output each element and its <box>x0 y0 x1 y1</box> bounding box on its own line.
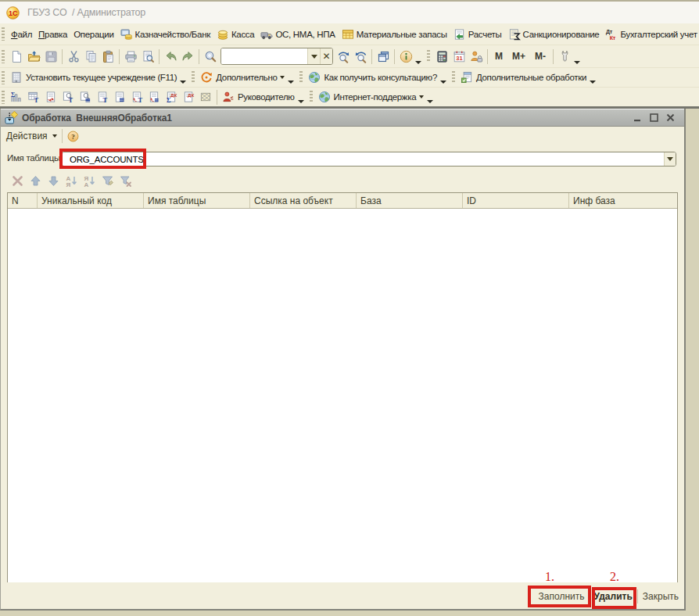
toolbar-grip[interactable] <box>452 71 455 84</box>
search-clear-button[interactable]: ✕ <box>320 48 332 64</box>
doc-list-button[interactable] <box>111 88 128 106</box>
memory-recall-button[interactable]: M <box>490 51 507 62</box>
table-text-button[interactable] <box>25 88 42 106</box>
materials-table-icon <box>342 28 354 41</box>
move-down-button[interactable] <box>45 174 63 189</box>
table-name-input[interactable] <box>63 152 664 166</box>
menu-cash[interactable]: Касса <box>213 28 258 41</box>
column-header-inf-base[interactable]: Инф база <box>569 193 677 208</box>
column-header-id[interactable]: ID <box>463 193 569 208</box>
report-sum-button[interactable] <box>8 88 25 106</box>
actions-menu-button[interactable]: Действия <box>6 131 57 141</box>
print-button[interactable] <box>122 48 139 65</box>
minimize-button[interactable] <box>630 112 645 124</box>
chevron-down-icon <box>667 157 673 161</box>
menubar-grip[interactable] <box>2 27 5 41</box>
save-button[interactable] <box>42 48 59 65</box>
toolbar-overflow-chevron-icon[interactable] <box>574 61 580 64</box>
column-header-n[interactable]: N <box>8 193 38 208</box>
column-header-object-ref[interactable]: Ссылка на объект <box>250 193 357 208</box>
toolbar-overflow-chevron-icon[interactable] <box>415 61 421 64</box>
undo-arrow-icon <box>164 50 177 63</box>
menu-treasury-bank[interactable]: Казначейство/Банк <box>117 28 213 41</box>
menu-sanctioning[interactable]: Санкционирование <box>505 28 603 41</box>
sort-ascending-button[interactable] <box>63 174 81 189</box>
find-button[interactable] <box>202 48 219 65</box>
doc-exchange-button[interactable] <box>42 88 59 106</box>
ext-processing-button[interactable]: Дополнительные обработки <box>458 71 589 84</box>
menu-edit[interactable]: Правка <box>35 30 70 39</box>
checkerboard-icon <box>199 91 212 103</box>
toolbar-overflow-chevron-icon[interactable] <box>288 81 294 84</box>
service-button[interactable] <box>556 48 573 65</box>
toolbar-grip[interactable] <box>2 91 5 104</box>
toolbar-grip[interactable] <box>192 71 195 84</box>
memory-subtract-button[interactable]: M- <box>530 51 550 62</box>
sort-descending-button[interactable] <box>81 174 99 189</box>
menu-calculations[interactable]: Расчеты <box>450 28 505 41</box>
additional-button[interactable]: Дополнительно <box>198 71 287 84</box>
search-text-button[interactable] <box>59 88 77 106</box>
maximize-button[interactable] <box>647 112 661 124</box>
delete-row-button[interactable] <box>9 174 27 189</box>
doc-transfer-text-button[interactable] <box>128 88 145 106</box>
windows-list-button[interactable] <box>375 48 392 65</box>
internet-support-button[interactable]: Интернет-поддержка <box>316 91 427 103</box>
column-header-table-name[interactable]: Имя таблицы <box>144 193 250 208</box>
table-body[interactable] <box>8 209 677 582</box>
toolbar-grip[interactable] <box>299 71 303 84</box>
calculator-button[interactable] <box>433 48 450 65</box>
table-name-dropdown-button[interactable] <box>664 152 676 166</box>
menu-file[interactable]: Файл <box>8 30 35 39</box>
cut-button[interactable] <box>65 48 82 65</box>
search-input[interactable] <box>221 48 307 64</box>
toolbar-overflow-chevron-icon[interactable] <box>298 100 304 103</box>
close-button[interactable] <box>663 112 678 124</box>
new-document-button[interactable] <box>8 48 25 65</box>
user-lock-icon <box>470 50 483 63</box>
toolbar-overflow-chevron-icon[interactable] <box>440 81 446 84</box>
doc-dk-button[interactable] <box>180 88 197 106</box>
toolbar-grip[interactable] <box>310 91 313 103</box>
menu-operations[interactable]: Операции <box>70 30 116 39</box>
consultation-button[interactable]: Как получить консультацию? <box>306 71 439 84</box>
checker-button[interactable] <box>197 88 214 106</box>
help-button[interactable] <box>67 131 79 142</box>
toolbar-grip[interactable] <box>427 50 430 63</box>
menu-material-stocks[interactable]: Материальные запасы <box>339 28 450 41</box>
toolbar-overflow-chevron-icon[interactable] <box>427 100 433 103</box>
close-window-button[interactable]: Закрыть <box>643 587 679 606</box>
redo-button[interactable] <box>179 48 196 65</box>
find-previous-button[interactable] <box>352 48 369 65</box>
user-permissions-button[interactable] <box>468 48 485 65</box>
calendar-button[interactable] <box>450 48 468 65</box>
toolbar-grip[interactable] <box>2 71 5 84</box>
doc-text-button[interactable] <box>94 88 111 106</box>
menu-accounting[interactable]: Бухгалтерский учет <box>602 28 699 41</box>
search-list-button[interactable] <box>77 88 94 106</box>
undo-button[interactable] <box>162 48 179 65</box>
copy-button[interactable] <box>82 48 99 65</box>
doc-dk-sum-button[interactable] <box>163 88 180 106</box>
about-button[interactable] <box>397 48 414 65</box>
open-button[interactable] <box>25 48 42 65</box>
toolbar-overflow-chevron-icon[interactable] <box>180 81 186 84</box>
set-institution-button[interactable]: Установить текущее учреждение (F11) <box>8 71 179 84</box>
filter-button[interactable] <box>99 174 116 189</box>
doc-transfer-list-button[interactable] <box>145 88 163 106</box>
toolbar-standard-grip[interactable] <box>2 50 5 63</box>
clear-filter-button[interactable] <box>116 174 134 189</box>
processing-window-titlebar[interactable]: Обработка ВнешняяОбработка1 <box>1 109 684 127</box>
paste-button[interactable] <box>99 48 116 65</box>
column-header-unique-code[interactable]: Уникальный код <box>38 193 144 208</box>
print-preview-button[interactable] <box>139 48 156 65</box>
memory-add-button[interactable]: M+ <box>507 51 530 62</box>
menu-os-nma-npa[interactable]: ОС, НМА, НПА <box>257 28 338 41</box>
search-dropdown-button[interactable] <box>307 48 320 64</box>
toolbar-overflow-chevron-icon[interactable] <box>590 81 596 84</box>
find-next-button[interactable] <box>335 48 352 65</box>
column-header-base[interactable]: База <box>357 193 463 208</box>
move-up-button[interactable] <box>27 174 45 189</box>
toolbar-institution: Установить текущее учреждение (F11) Допо… <box>0 67 699 87</box>
manager-button[interactable]: Руководителю <box>220 91 297 103</box>
